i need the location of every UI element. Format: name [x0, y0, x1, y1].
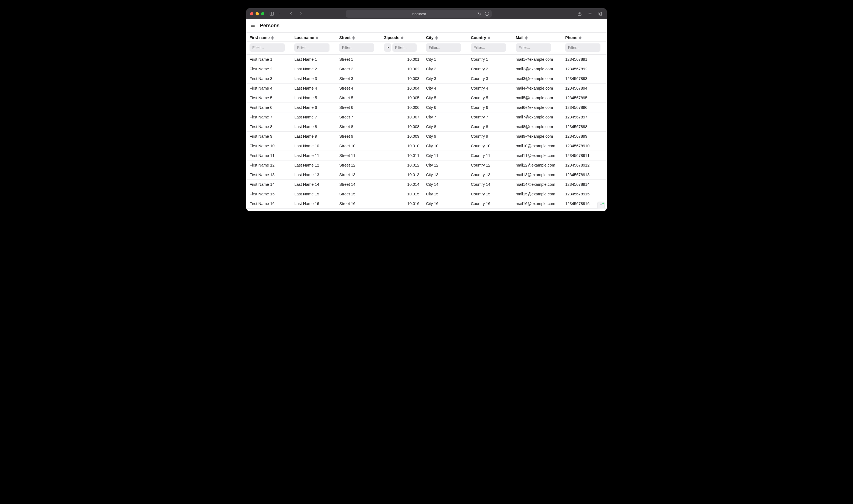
- filter-input-phone[interactable]: [565, 43, 600, 52]
- column-header-first_name[interactable]: First name: [246, 33, 291, 42]
- column-header-country[interactable]: Country: [468, 33, 512, 42]
- table-row[interactable]: First Name 2Last Name 2Street 210.002Cit…: [246, 64, 607, 74]
- column-header-zipcode[interactable]: Zipcode: [381, 33, 423, 42]
- cell-street: Street 1: [336, 55, 381, 64]
- table-row[interactable]: First Name 17Last Name 17Street 1710.017…: [246, 209, 607, 211]
- table-row[interactable]: First Name 7Last Name 7Street 710.007Cit…: [246, 112, 607, 122]
- table-row[interactable]: First Name 5Last Name 5Street 510.005Cit…: [246, 93, 607, 103]
- cell-mail: mail7@example.com: [512, 112, 562, 122]
- svg-marker-22: [525, 36, 528, 38]
- back-button[interactable]: [289, 11, 293, 16]
- sidebar-icon[interactable]: [269, 11, 274, 16]
- filter-input-zipcode[interactable]: [393, 43, 417, 52]
- column-header-label: Phone: [565, 35, 577, 40]
- sort-icon[interactable]: [579, 36, 581, 40]
- filter-input-last_name[interactable]: [294, 43, 329, 52]
- table-row[interactable]: First Name 11Last Name 11Street 1110.011…: [246, 151, 607, 161]
- cell-street: Street 5: [336, 93, 381, 103]
- filter-input-country[interactable]: [471, 43, 506, 52]
- cell-country: Country 5: [468, 93, 512, 103]
- cell-street: Street 14: [336, 180, 381, 190]
- svg-marker-17: [401, 38, 403, 39]
- table-row[interactable]: First Name 14Last Name 14Street 1410.014…: [246, 180, 607, 190]
- table-body: First Name 1Last Name 1Street 110.001Cit…: [246, 55, 607, 211]
- cell-last_name: Last Name 16: [291, 199, 336, 209]
- table-row[interactable]: First Name 12Last Name 12Street 1210.012…: [246, 161, 607, 170]
- fullscreen-window-button[interactable]: [261, 12, 265, 15]
- table-row[interactable]: First Name 1Last Name 1Street 110.001Cit…: [246, 55, 607, 64]
- column-header-phone[interactable]: Phone: [562, 33, 607, 42]
- svg-marker-10: [271, 36, 274, 38]
- cell-last_name: Last Name 12: [291, 161, 336, 170]
- header-row: First nameLast nameStreetZipcodeCityCoun…: [246, 33, 607, 42]
- sort-icon[interactable]: [271, 36, 274, 40]
- sort-icon[interactable]: [352, 36, 355, 40]
- table-row[interactable]: First Name 13Last Name 13Street 1310.013…: [246, 170, 607, 180]
- cell-last_name: Last Name 6: [291, 103, 336, 112]
- sort-icon[interactable]: [525, 36, 528, 40]
- table-row[interactable]: First Name 15Last Name 15Street 1510.015…: [246, 190, 607, 199]
- translate-icon[interactable]: [477, 11, 482, 16]
- cell-street: Street 11: [336, 151, 381, 161]
- filter-operator-zipcode[interactable]: >: [384, 43, 391, 52]
- column-header-mail[interactable]: Mail: [512, 33, 562, 42]
- column-header-last_name[interactable]: Last name: [291, 33, 336, 42]
- cell-mail: mail11@example.com: [512, 151, 562, 161]
- cell-last_name: Last Name 2: [291, 64, 336, 74]
- menu-icon[interactable]: [250, 22, 256, 29]
- svg-marker-21: [488, 38, 490, 39]
- cell-mail: mail17@example.com: [512, 209, 562, 211]
- svg-marker-24: [579, 36, 581, 38]
- sort-icon[interactable]: [401, 36, 403, 40]
- table-row[interactable]: First Name 3Last Name 3Street 310.003Cit…: [246, 74, 607, 84]
- cell-mail: mail6@example.com: [512, 103, 562, 112]
- reload-icon[interactable]: [485, 11, 489, 16]
- filter-input-street[interactable]: [339, 43, 374, 52]
- table-row[interactable]: First Name 16Last Name 16Street 1610.016…: [246, 199, 607, 209]
- data-grid[interactable]: First nameLast nameStreetZipcodeCityCoun…: [246, 32, 607, 211]
- nav-arrows: [289, 11, 303, 16]
- url-bar[interactable]: localhost: [346, 10, 492, 18]
- cell-zipcode: 10.001: [381, 55, 423, 64]
- sort-icon[interactable]: [435, 36, 438, 40]
- app-header: Persons: [246, 19, 607, 32]
- filter-input-city[interactable]: [426, 43, 461, 52]
- column-header-label: Zipcode: [384, 35, 400, 40]
- column-header-street[interactable]: Street: [336, 33, 381, 42]
- cell-city: City 8: [423, 122, 468, 132]
- table-row[interactable]: First Name 6Last Name 6Street 610.006Cit…: [246, 103, 607, 112]
- sort-icon[interactable]: [488, 36, 490, 40]
- url-label: localhost: [412, 12, 426, 16]
- filter-input-mail[interactable]: [516, 43, 551, 52]
- table-row[interactable]: First Name 10Last Name 10Street 1010.010…: [246, 141, 607, 151]
- cell-country: Country 16: [468, 199, 512, 209]
- cell-country: Country 15: [468, 190, 512, 199]
- filter-input-first_name[interactable]: [250, 43, 285, 52]
- table-row[interactable]: First Name 8Last Name 8Street 810.008Cit…: [246, 122, 607, 132]
- cell-city: City 10: [423, 141, 468, 151]
- minimize-window-button[interactable]: [256, 12, 259, 15]
- tabs-overview-icon[interactable]: [598, 11, 603, 16]
- cell-first_name: First Name 15: [246, 190, 291, 199]
- cell-city: City 12: [423, 161, 468, 170]
- close-window-button[interactable]: [250, 12, 253, 15]
- forward-button[interactable]: [298, 11, 303, 16]
- svg-rect-6: [599, 12, 602, 15]
- new-tab-icon[interactable]: [587, 11, 593, 16]
- table-row[interactable]: First Name 4Last Name 4Street 410.004Cit…: [246, 84, 607, 93]
- chevron-down-icon[interactable]: [277, 11, 282, 16]
- app-content: Persons First nameLast nameStreetZipcode…: [246, 19, 607, 211]
- cell-city: City 13: [423, 170, 468, 180]
- sort-icon[interactable]: [316, 36, 318, 40]
- cell-first_name: First Name 16: [246, 199, 291, 209]
- share-icon[interactable]: [577, 11, 582, 16]
- vaadin-devtools-badge[interactable]: [597, 202, 604, 209]
- table-row[interactable]: First Name 9Last Name 9Street 910.009Cit…: [246, 132, 607, 141]
- column-header-city[interactable]: City: [423, 33, 468, 42]
- svg-marker-25: [579, 38, 581, 39]
- cell-first_name: First Name 13: [246, 170, 291, 180]
- cell-mail: mail3@example.com: [512, 74, 562, 84]
- cell-phone: 12345678911: [562, 151, 607, 161]
- cell-last_name: Last Name 13: [291, 170, 336, 180]
- cell-phone: 1234567891: [562, 55, 607, 64]
